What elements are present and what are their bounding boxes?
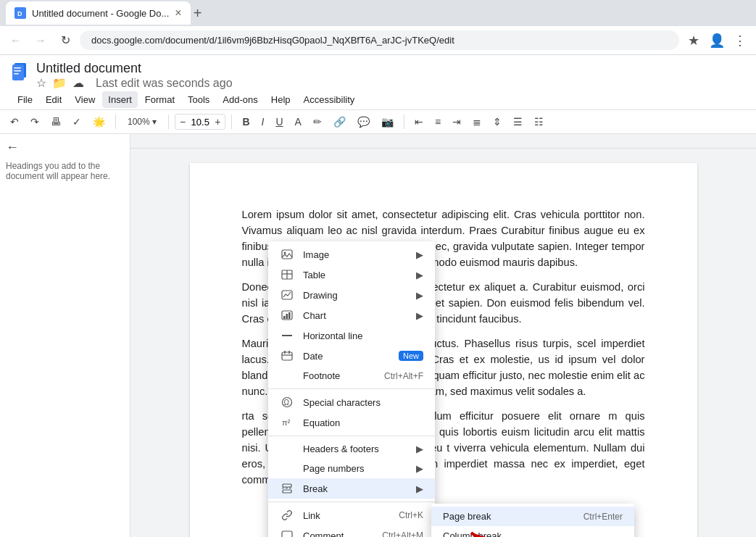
forward-button[interactable]: → — [30, 30, 51, 51]
chrome-menu-button[interactable]: ⋮ — [730, 30, 750, 51]
cloud-icon[interactable]: ☁ — [72, 76, 84, 90]
undo-button[interactable]: ↶ — [6, 113, 23, 130]
menu-accessibility[interactable]: Accessibility — [298, 91, 361, 108]
font-color-button[interactable]: A — [291, 113, 306, 130]
menu-item-link[interactable]: Link Ctrl+K — [268, 505, 435, 525]
tab-bar: D Untitled document - Google Do... × + — [0, 0, 756, 26]
drawing-label: Drawing — [303, 290, 410, 301]
toolbar-sep-4 — [404, 115, 404, 129]
folder-icon[interactable]: 📁 — [52, 76, 67, 90]
link-menu-icon — [280, 509, 294, 521]
highlight-button[interactable]: ✏ — [309, 113, 326, 130]
link-button[interactable]: 🔗 — [329, 113, 350, 130]
menu-item-image[interactable]: Image ▶ — [268, 244, 435, 265]
docs-toolbar: ↶ ↷ 🖶 ✓ 🌟 100% ▾ − + B I U A ✏ 🔗 💬 📷 ⇤ — [0, 109, 756, 134]
menu-addons[interactable]: Add-ons — [217, 91, 263, 108]
image-button[interactable]: 📷 — [377, 113, 398, 130]
date-label: Date — [303, 351, 393, 362]
docs-container: Untitled document ☆ 📁 ☁ Last edit was se… — [0, 55, 756, 537]
page-break-label: Page break — [443, 511, 578, 522]
align-justify-button[interactable]: ≣ — [468, 113, 486, 130]
comment-label: Comment — [303, 530, 376, 538]
ruler — [130, 134, 756, 149]
break-label: Break — [303, 483, 410, 494]
svg-rect-8 — [282, 250, 292, 259]
menu-format[interactable]: Format — [139, 91, 180, 108]
star-icon[interactable]: ☆ — [36, 76, 46, 90]
chrome-profile-button[interactable]: 👤 — [707, 30, 727, 51]
italic-button[interactable]: I — [257, 113, 269, 130]
column-break-item: Column break — [431, 526, 634, 537]
menu-help[interactable]: Help — [265, 91, 296, 108]
align-right-button[interactable]: ⇥ — [448, 113, 465, 130]
menu-item-date[interactable]: Date New — [268, 346, 435, 366]
menu-item-headers-footers[interactable]: Headers & footers ▶ — [268, 439, 435, 459]
bold-button[interactable]: B — [238, 113, 254, 130]
menu-item-equation[interactable]: π² Equation — [268, 412, 435, 433]
docs-title-area: Untitled document ☆ 📁 ☁ Last edit was se… — [36, 61, 744, 90]
menu-item-break[interactable]: Break ▶ — [268, 478, 435, 499]
active-tab[interactable]: D Untitled document - Google Do... × — [6, 1, 191, 25]
docs-header-icons: ☆ 📁 ☁ Last edit was seconds ago — [36, 76, 744, 90]
menu-insert[interactable]: Insert — [102, 91, 138, 108]
menu-sep-2 — [268, 436, 435, 436]
document-page: Lorem ipsum dolor sit amet, consectetur … — [190, 163, 697, 537]
bullet-list-button[interactable]: ☷ — [530, 113, 548, 130]
print-button[interactable]: 🖶 — [46, 113, 65, 130]
back-button[interactable]: ← — [6, 30, 26, 51]
footnote-label: Footnote — [303, 370, 378, 381]
menu-item-hline[interactable]: Horizontal line — [268, 325, 435, 346]
align-center-button[interactable]: ≡ — [431, 113, 445, 130]
insert-dropdown-menu: Image ▶ Table ▶ — [268, 241, 435, 537]
address-bar[interactable] — [80, 30, 679, 50]
table-label: Table — [303, 270, 410, 280]
menu-item-comment[interactable]: Comment Ctrl+Alt+M — [268, 525, 435, 537]
menu-item-footnote[interactable]: Footnote Ctrl+Alt+F — [268, 366, 435, 386]
headers-footers-label: Headers & footers — [303, 444, 410, 454]
menu-tools[interactable]: Tools — [182, 91, 215, 108]
svg-rect-26 — [283, 484, 291, 487]
page-break-item[interactable]: Page break Ctrl+Enter — [431, 507, 634, 526]
menu-item-special-chars[interactable]: Ω Special characters — [268, 392, 435, 412]
tab-close-button[interactable]: × — [175, 7, 181, 20]
menu-sep-3 — [268, 501, 435, 502]
chart-arrow-icon: ▶ — [416, 310, 423, 321]
line-spacing-button[interactable]: ⇕ — [489, 113, 506, 130]
menu-item-table[interactable]: Table ▶ — [268, 265, 435, 285]
comment-shortcut: Ctrl+Alt+M — [382, 530, 423, 537]
menu-edit[interactable]: Edit — [40, 91, 67, 108]
new-tab-button[interactable]: + — [194, 5, 202, 22]
font-size-input[interactable] — [188, 117, 212, 128]
menu-view[interactable]: View — [69, 91, 101, 108]
menu-file[interactable]: File — [12, 91, 38, 108]
refresh-button[interactable]: ↻ — [55, 30, 75, 51]
nav-bar: ← → ↻ ★ 👤 ⋮ — [0, 26, 756, 55]
docs-content-area[interactable]: Lorem ipsum dolor sit amet, consectetur … — [130, 149, 756, 537]
chart-label: Chart — [303, 310, 410, 321]
menu-item-chart[interactable]: Chart ▶ — [268, 305, 435, 325]
image-menu-icon — [280, 249, 294, 260]
redo-button[interactable]: ↷ — [26, 113, 43, 130]
align-left-button[interactable]: ⇤ — [410, 113, 428, 130]
tab-favicon: D — [14, 7, 26, 19]
menu-item-drawing[interactable]: Drawing ▶ — [268, 285, 435, 305]
footnote-shortcut: Ctrl+Alt+F — [384, 371, 423, 381]
checklist-button[interactable]: ☰ — [509, 113, 527, 130]
equation-label: Equation — [303, 417, 423, 428]
comment-menu-icon — [280, 530, 294, 537]
menu-item-page-numbers[interactable]: Page numbers ▶ — [268, 459, 435, 478]
spellcheck-button[interactable]: ✓ — [68, 113, 86, 130]
comment-button[interactable]: 💬 — [353, 113, 374, 130]
underline-button[interactable]: U — [271, 113, 287, 130]
svg-rect-7 — [14, 73, 19, 75]
date-new-badge: New — [399, 351, 423, 361]
font-size-decrease[interactable]: − — [178, 115, 187, 129]
font-size-increase[interactable]: + — [213, 115, 222, 129]
bookmark-star-button[interactable]: ★ — [684, 30, 704, 51]
paint-format-button[interactable]: 🌟 — [88, 113, 109, 130]
sidebar-back-button[interactable]: ← — [6, 140, 124, 155]
zoom-dropdown[interactable]: 100% ▾ — [122, 114, 162, 130]
docs-main: ← Headings you add to the document will … — [0, 134, 756, 537]
docs-title[interactable]: Untitled document — [36, 61, 744, 76]
link-shortcut: Ctrl+K — [399, 510, 423, 520]
